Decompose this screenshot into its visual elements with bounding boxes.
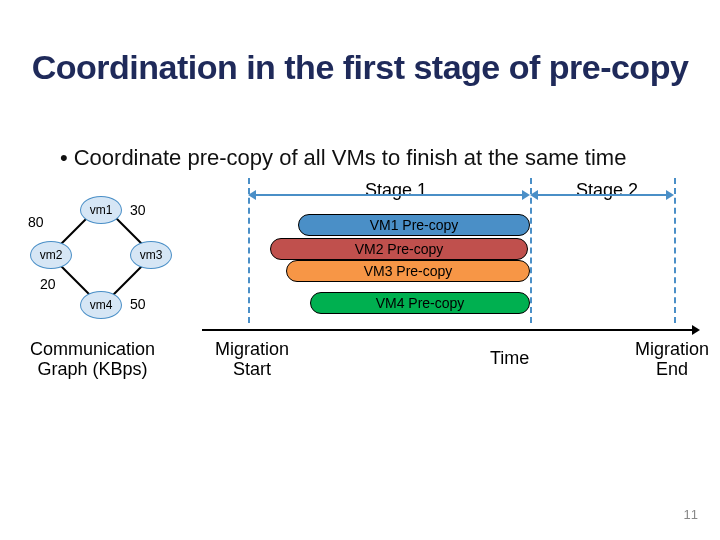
graph-node-vm4: vm4 [80, 291, 122, 319]
arrow-line [254, 194, 524, 196]
stage1-span-arrow [248, 190, 530, 200]
stage2-span-arrow [530, 190, 674, 200]
slide-number: 11 [684, 507, 698, 522]
bar-vm1-precopy: VM1 Pre-copy [298, 214, 530, 236]
time-axis-arrow [202, 325, 700, 335]
bar-vm4-precopy: VM4 Pre-copy [310, 292, 530, 314]
edge-vm3-vm4 [113, 264, 144, 295]
graph-node-vm3: vm3 [130, 241, 172, 269]
arrow-right-icon [692, 325, 700, 335]
edge-weight-80: 80 [28, 214, 44, 230]
edge-weight-30: 30 [130, 202, 146, 218]
edge-weight-50: 50 [130, 296, 146, 312]
communication-graph-caption: Communication Graph (KBps) [30, 340, 155, 380]
time-axis-label: Time [490, 348, 529, 369]
graph-node-vm1: vm1 [80, 196, 122, 224]
edge-weight-20: 20 [40, 276, 56, 292]
guide-stage2-end [674, 178, 676, 323]
slide-title: Coordination in the first stage of pre-c… [0, 48, 720, 87]
bar-vm2-precopy: VM2 Pre-copy [270, 238, 528, 260]
bullet-text: Coordinate pre-copy of all VMs to finish… [74, 145, 627, 170]
edge-vm2-vm4 [59, 264, 90, 295]
slide: Coordination in the first stage of pre-c… [0, 0, 720, 540]
bullet-line: •Coordinate pre-copy of all VMs to finis… [60, 145, 626, 171]
bar-vm3-precopy: VM3 Pre-copy [286, 260, 530, 282]
migration-end-label: Migration End [635, 340, 709, 380]
arrow-line [202, 329, 694, 331]
migration-start-label: Migration Start [215, 340, 289, 380]
arrow-right-icon [522, 190, 530, 200]
bullet-icon: • [60, 145, 68, 170]
arrow-right-icon [666, 190, 674, 200]
graph-node-vm2: vm2 [30, 241, 72, 269]
arrow-line [536, 194, 668, 196]
